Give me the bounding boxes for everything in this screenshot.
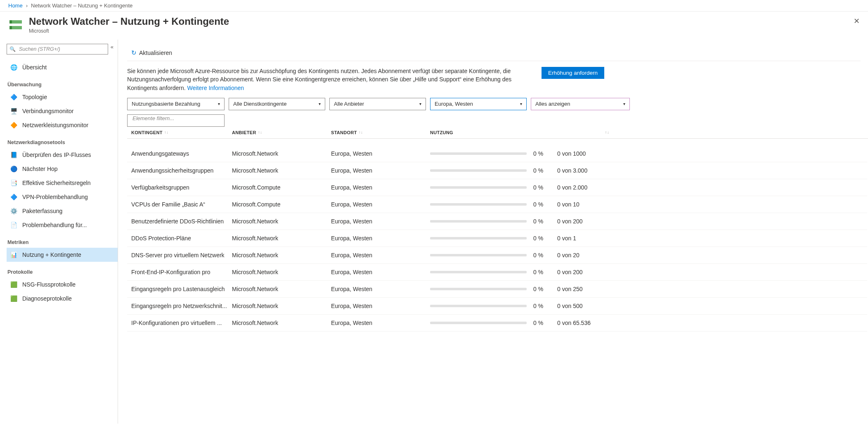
refresh-icon: ↻ (131, 49, 137, 57)
cell-quota: Front-End-IP-Konfiguration pro (131, 269, 232, 275)
table-body[interactable]: AnwendungsgatewaysMicrosoft.NetworkEurop… (127, 145, 867, 424)
cell-usage: 0 %0 von 65.536 (430, 320, 617, 326)
chevron-down-icon: ▾ (218, 102, 220, 106)
sidebar-search[interactable]: 🔍 (7, 44, 108, 55)
cell-provider: Microsoft.Network (232, 235, 331, 242)
sidebar-item[interactable]: 🟩Diagnoseprotokolle (7, 292, 118, 306)
filter-items-box[interactable] (127, 114, 225, 127)
page-header: Network Watcher – Nutzung + Kontingente … (0, 12, 868, 40)
cell-usage: 0 %0 von 3.000 (430, 167, 617, 174)
usage-limit: 0 von 1000 (557, 150, 611, 157)
close-icon[interactable]: ✕ (854, 17, 860, 26)
svg-rect-3 (9, 26, 12, 29)
chevron-down-icon: ▾ (520, 102, 522, 106)
sidebar-item[interactable]: 🖥️Verbindungsmonitor (7, 104, 118, 118)
usage-limit: 0 von 500 (557, 303, 611, 309)
col-header-location[interactable]: Standort↑↓ (331, 130, 430, 135)
cell-quota: Eingangsregeln pro Lastenausgleich (131, 286, 232, 292)
usage-bar (430, 220, 527, 223)
sidebar-item[interactable]: 🔶Netzwerkleistungsmonitor (7, 118, 118, 132)
table-row[interactable]: IP-Konfigurationen pro virtuellem ...Mic… (127, 315, 867, 332)
sidebar-item-label: Paketerfassung (22, 208, 62, 214)
filter-quota-dropdown[interactable]: Alle Dienstkontingente ▾ (229, 98, 325, 110)
cell-location: Europa, Westen (331, 286, 430, 292)
cell-quota: IP-Konfigurationen pro virtuellem ... (131, 320, 232, 326)
sidebar-item[interactable]: 📄Problembehandlung für... (7, 218, 118, 232)
usage-bar (430, 305, 527, 307)
usage-bar (430, 271, 527, 273)
usage-limit: 0 von 200 (557, 269, 611, 275)
svg-rect-2 (9, 20, 12, 24)
col-header-provider[interactable]: Anbieter↑↓ (232, 130, 331, 135)
search-icon: 🔍 (9, 46, 16, 52)
sidebar-item[interactable]: 📘Überprüfen des IP-Flusses (7, 148, 118, 162)
sidebar-item-icon: 📊 (9, 251, 18, 258)
table-row[interactable]: DNS-Server pro virtuellem NetzwerkMicros… (127, 247, 867, 264)
sidebar-item-icon: 🟩 (9, 281, 18, 288)
usage-percent: 0 % (533, 303, 551, 309)
table-row[interactable]: DDoS Protection-PläneMicrosoft.NetworkEu… (127, 230, 867, 247)
cell-quota: Verfügbarkeitsgruppen (131, 184, 232, 191)
table-row[interactable]: VerfügbarkeitsgruppenMicrosoft.ComputeEu… (127, 179, 867, 196)
filter-show-value: Alles anzeigen (535, 101, 570, 107)
sidebar-item[interactable]: 📊Nutzung + Kontingente (7, 248, 118, 262)
cell-provider: Microsoft.Network (232, 167, 331, 174)
breadcrumb-home-link[interactable]: Home (8, 2, 23, 9)
sidebar-item[interactable]: 🔷Topologie (7, 90, 118, 104)
sidebar-search-input[interactable] (18, 46, 105, 52)
network-watcher-icon (8, 17, 23, 32)
cell-quota: VCPUs der Familie „Basic A“ (131, 201, 232, 208)
table-row[interactable]: AnwendungsgatewaysMicrosoft.NetworkEurop… (127, 145, 867, 162)
page-subtitle: Microsoft (29, 28, 229, 34)
collapse-sidebar-icon[interactable]: « (111, 44, 114, 50)
filter-location-value: Europa, Westen (435, 101, 473, 107)
filter-provider-dropdown[interactable]: Alle Anbieter ▾ (329, 98, 426, 110)
sidebar-item[interactable]: 🔵Nächster Hop (7, 162, 118, 176)
chevron-down-icon: ▾ (419, 102, 421, 106)
cell-location: Europa, Westen (331, 218, 430, 225)
usage-percent: 0 % (533, 286, 551, 292)
usage-bar (430, 203, 527, 206)
cell-location: Europa, Westen (331, 184, 430, 191)
cell-provider: Microsoft.Compute (232, 184, 331, 191)
learn-more-link[interactable]: Weitere Informationen (187, 85, 244, 91)
sidebar-item[interactable]: 🟩NSG-Flussprotokolle (7, 277, 118, 292)
refresh-button[interactable]: ↻ Aktualisieren (127, 47, 176, 59)
table-row[interactable]: Benutzerdefinierte DDoS-RichtlinienMicro… (127, 213, 867, 230)
filter-location-dropdown[interactable]: Europa, Westen ▾ (430, 98, 527, 110)
sidebar-item-icon: 📑 (9, 180, 18, 186)
breadcrumb-current: Network Watcher – Nutzung + Kontingente (31, 2, 132, 9)
table-row[interactable]: VCPUs der Familie „Basic A“Microsoft.Com… (127, 196, 867, 213)
cell-provider: Microsoft.Network (232, 303, 331, 309)
table-row[interactable]: AnwendungssicherheitsgruppenMicrosoft.Ne… (127, 162, 867, 179)
table-row[interactable]: Eingangsregeln pro LastenausgleichMicros… (127, 281, 867, 298)
cell-location: Europa, Westen (331, 252, 430, 258)
cell-location: Europa, Westen (331, 320, 430, 326)
sort-icon: ↑↓ (164, 130, 169, 135)
sidebar-item[interactable]: 🔷VPN-Problembehandlung (7, 190, 118, 204)
sort-icon: ↑↓ (605, 130, 609, 135)
cell-quota: Benutzerdefinierte DDoS-Richtlinien (131, 218, 232, 225)
sidebar-item-overview[interactable]: 🌐 Übersicht (7, 60, 118, 74)
cell-usage: 0 %0 von 500 (430, 303, 617, 309)
usage-percent: 0 % (533, 201, 551, 208)
filter-subscription-dropdown[interactable]: Nutzungsbasierte Bezahlung ▾ (127, 98, 225, 110)
col-header-quota[interactable]: Kontingent↑↓ (131, 130, 232, 135)
filter-show-dropdown[interactable]: Alles anzeigen ▾ (531, 98, 630, 110)
refresh-label: Aktualisieren (139, 50, 172, 56)
page-title: Network Watcher – Nutzung + Kontingente (29, 16, 229, 27)
sidebar-item[interactable]: 📑Effektive Sicherheitsregeln (7, 176, 118, 190)
filter-items-input[interactable] (132, 115, 220, 122)
table-row[interactable]: Front-End-IP-Konfiguration proMicrosoft.… (127, 264, 867, 281)
cell-location: Europa, Westen (331, 303, 430, 309)
sidebar-item-label: Übersicht (22, 64, 47, 71)
sidebar-item[interactable]: ⚙️Paketerfassung (7, 204, 118, 218)
chevron-down-icon: ▾ (623, 102, 625, 106)
cell-usage: 0 %0 von 20 (430, 252, 617, 258)
request-increase-button[interactable]: Erhöhung anfordern (542, 67, 604, 79)
usage-bar (430, 186, 527, 189)
sidebar-item-label: Nutzung + Kontingente (22, 251, 81, 258)
table-row[interactable]: Eingangsregeln pro Netzwerkschnit...Micr… (127, 298, 867, 315)
usage-bar (430, 169, 527, 172)
col-header-usage[interactable]: Nutzung↑↓ (430, 130, 617, 135)
